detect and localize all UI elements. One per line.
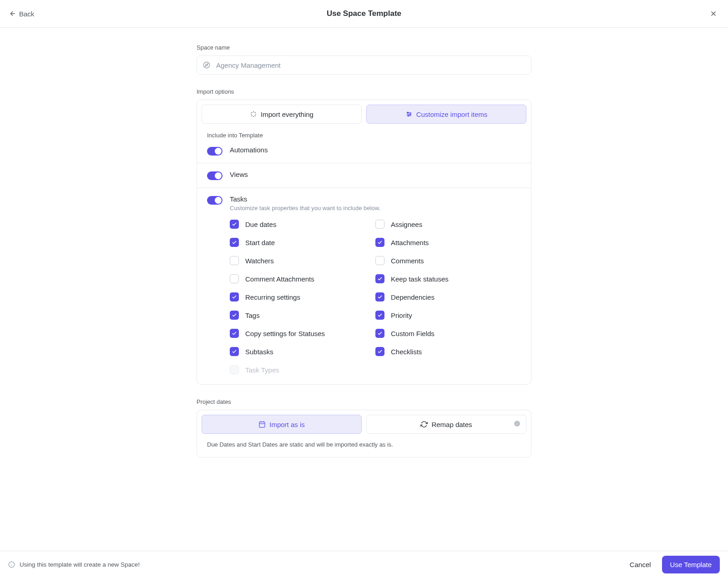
checkbox-copy-settings-statuses[interactable]: Copy settings for Statuses [230, 329, 375, 338]
check-icon [230, 220, 239, 229]
remap-dates-label: Remap dates [431, 421, 472, 428]
checkbox-tags[interactable]: Tags [230, 311, 375, 320]
footer-note-text: Using this template will create a new Sp… [20, 561, 140, 568]
checkbox-assignees[interactable]: Assignees [375, 220, 521, 229]
toggle-row-views: Views [197, 163, 531, 187]
checkbox-subtasks[interactable]: Subtasks [230, 347, 375, 356]
refresh-icon [420, 421, 428, 428]
svg-rect-8 [259, 422, 265, 427]
space-name-label: Space name [197, 44, 531, 51]
footer-note: Using this template will create a new Sp… [8, 561, 140, 568]
space-name-input[interactable] [197, 55, 531, 75]
check-icon [375, 329, 384, 338]
import-as-is-label: Import as is [269, 421, 305, 428]
check-icon [230, 329, 239, 338]
checkbox-dependencies[interactable]: Dependencies [375, 292, 521, 302]
svg-point-14 [517, 422, 518, 423]
import-as-is-button[interactable]: Import as is [202, 415, 362, 434]
views-label: Views [230, 171, 521, 178]
checkbox-attachments[interactable]: Attachments [375, 238, 521, 247]
customize-import-label: Customize import items [416, 111, 488, 118]
close-icon [709, 10, 718, 18]
check-icon [375, 292, 384, 302]
check-icon [375, 274, 384, 283]
modal-title: Use Space Template [327, 9, 401, 18]
project-dates-card: Import as is Remap dates Due Dates and S… [197, 410, 531, 457]
check-icon [230, 347, 239, 356]
info-icon [8, 561, 15, 568]
checkbox-recurring-settings[interactable]: Recurring settings [230, 292, 375, 302]
space-name-input-wrap [197, 55, 531, 75]
svg-marker-1 [205, 64, 208, 66]
check-icon [230, 238, 239, 247]
customize-import-button[interactable]: Customize import items [366, 105, 526, 124]
import-everything-button[interactable]: Import everything [202, 105, 362, 124]
modal-content: Space name Import options Import everyth… [197, 28, 531, 457]
import-everything-label: Import everything [261, 111, 313, 118]
modal-footer: Using this template will create a new Sp… [0, 551, 728, 578]
check-icon [375, 220, 384, 229]
sliders-icon [405, 111, 413, 118]
remap-dates-button[interactable]: Remap dates [366, 415, 526, 434]
back-label: Back [19, 10, 34, 18]
arrow-left-icon [9, 10, 16, 17]
checkbox-comments[interactable]: Comments [375, 256, 521, 265]
cancel-button[interactable]: Cancel [630, 561, 651, 568]
checkbox-watchers[interactable]: Watchers [230, 256, 375, 265]
checkbox-checklists[interactable]: Checklists [375, 347, 521, 356]
checkbox-comment-attachments[interactable]: Comment Attachments [230, 274, 375, 283]
sparkle-icon [250, 111, 257, 118]
svg-point-7 [408, 115, 409, 116]
automations-label: Automations [230, 146, 521, 154]
check-icon [375, 347, 384, 356]
project-dates-label: Project dates [197, 398, 531, 405]
checkbox-due-dates[interactable]: Due dates [230, 220, 375, 229]
tasks-label: Tasks [230, 195, 521, 203]
modal-header: Back Use Space Template [0, 0, 728, 28]
automations-toggle[interactable] [207, 147, 222, 156]
checkbox-start-date[interactable]: Start date [230, 238, 375, 247]
import-options-card: Import everything Customize import items… [197, 100, 531, 385]
tasks-subtitle: Customize task properties that you want … [230, 205, 521, 211]
compass-icon [203, 61, 210, 69]
svg-point-0 [203, 62, 209, 68]
close-button[interactable] [708, 8, 719, 19]
svg-point-6 [410, 114, 411, 115]
check-icon [230, 311, 239, 320]
check-icon [230, 365, 239, 374]
calendar-icon [258, 421, 266, 428]
toggle-row-automations: Automations [197, 141, 531, 163]
views-toggle[interactable] [207, 171, 222, 180]
info-icon[interactable] [514, 420, 521, 428]
checkbox-task-types: Task Types [230, 365, 375, 374]
dates-segment: Import as is Remap dates [202, 415, 526, 434]
check-icon [230, 292, 239, 302]
check-icon [375, 238, 384, 247]
include-into-template-label: Include into Template [197, 128, 531, 141]
check-icon [375, 311, 384, 320]
check-icon [230, 274, 239, 283]
import-segment: Import everything Customize import items [197, 100, 531, 128]
dates-help-text: Due Dates and Start Dates are static and… [202, 434, 526, 452]
svg-point-5 [407, 112, 409, 113]
checkbox-custom-fields[interactable]: Custom Fields [375, 329, 521, 338]
check-icon [375, 256, 384, 265]
task-properties-grid: Due dates Assignees Start date Attachmen… [230, 220, 521, 374]
import-options-label: Import options [197, 88, 531, 95]
back-button[interactable]: Back [9, 10, 34, 18]
toggle-row-tasks: Tasks Customize task properties that you… [197, 187, 531, 384]
check-icon [230, 256, 239, 265]
checkbox-priority[interactable]: Priority [375, 311, 521, 320]
checkbox-keep-task-statuses[interactable]: Keep task statuses [375, 274, 521, 283]
tasks-toggle[interactable] [207, 196, 222, 205]
use-template-button[interactable]: Use Template [662, 556, 720, 573]
